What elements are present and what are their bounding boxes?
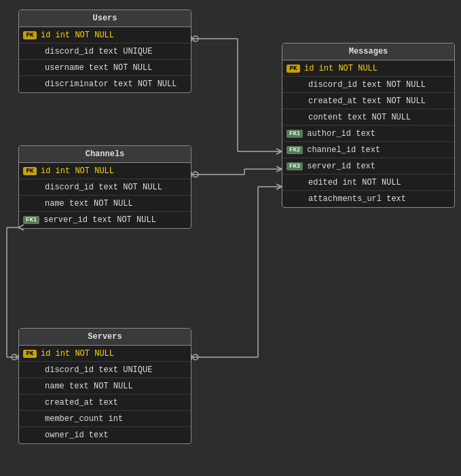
pk-badge: PK [287, 65, 300, 73]
channels-table: Channels PK id int NOT NULL discord_id t… [18, 145, 191, 229]
messages-pk-field: id int NOT NULL [304, 64, 377, 73]
svg-line-17 [276, 184, 282, 187]
messages-pk-row: PK id int NOT NULL [282, 60, 454, 77]
users-pk-field: id int NOT NULL [41, 31, 114, 40]
messages-created-at: created_at text NOT NULL [308, 96, 426, 106]
fk3-badge: FK3 [287, 162, 303, 170]
messages-channel-id: channel_id text [307, 145, 380, 155]
servers-owner-id: owner_id text [45, 431, 109, 440]
messages-content: content text NOT NULL [308, 113, 411, 122]
servers-field-row: owner_id text [19, 427, 191, 443]
servers-pk-field: id int NOT NULL [41, 349, 114, 359]
users-field-row: discriminator text NOT NULL [19, 76, 191, 92]
channels-field-row: discord_id text NOT NULL [19, 179, 191, 196]
servers-member-count: member_count int [45, 414, 123, 424]
svg-line-10 [276, 166, 282, 169]
users-table-header: Users [19, 10, 191, 27]
svg-point-20 [193, 354, 198, 360]
channels-field-row: name text NOT NULL [19, 196, 191, 212]
servers-field-row: created_at text [19, 395, 191, 411]
messages-fk3-row: FK3 server_id text [282, 158, 454, 175]
messages-table-header: Messages [282, 43, 454, 60]
messages-edited: edited int NOT NULL [308, 178, 401, 187]
messages-fk2-row: FK2 channel_id text [282, 142, 454, 158]
servers-field-row: discord_id text UNIQUE [19, 362, 191, 378]
messages-field-row: discord_id text NOT NULL [282, 77, 454, 93]
messages-attachments: attachments_url text [308, 194, 406, 204]
messages-fk1-row: FK1 author_id text [282, 126, 454, 142]
svg-line-3 [276, 149, 282, 151]
channels-name: name text NOT NULL [45, 199, 133, 208]
servers-created-at: created_at text [45, 398, 118, 407]
messages-field-row: edited int NOT NULL [282, 175, 454, 191]
svg-line-4 [276, 151, 282, 154]
servers-pk-row: PK id int NOT NULL [19, 346, 191, 362]
users-field-row: username text NOT NULL [19, 60, 191, 76]
pk-badge: PK [23, 350, 37, 358]
users-discriminator: discriminator text NOT NULL [45, 79, 177, 89]
messages-field-row: created_at text NOT NULL [282, 93, 454, 109]
fk2-badge: FK2 [287, 146, 303, 154]
messages-server-id: server_id text [307, 162, 375, 171]
svg-line-18 [276, 187, 282, 189]
svg-point-13 [193, 172, 198, 177]
servers-name: name text NOT NULL [45, 382, 133, 391]
users-field-row: discord_id text UNIQUE [19, 43, 191, 60]
messages-field-row: attachments_url text [282, 191, 454, 207]
servers-table: Servers PK id int NOT NULL discord_id te… [18, 328, 191, 444]
channels-discord-id: discord_id text NOT NULL [45, 183, 162, 192]
messages-author-id: author_id text [307, 129, 375, 139]
servers-field-row: name text NOT NULL [19, 378, 191, 395]
messages-field-row: content text NOT NULL [282, 109, 454, 126]
channels-fk1-row: FK1 server_id text NOT NULL [19, 212, 191, 228]
users-username: username text NOT NULL [45, 63, 152, 73]
svg-point-27 [12, 354, 17, 360]
servers-table-header: Servers [19, 329, 191, 346]
messages-table: Messages PK id int NOT NULL discord_id t… [282, 43, 455, 208]
messages-discord-id: discord_id text NOT NULL [308, 80, 426, 90]
channels-pk-field: id int NOT NULL [41, 166, 114, 176]
servers-field-row: member_count int [19, 411, 191, 427]
servers-discord-id: discord_id text UNIQUE [45, 365, 152, 375]
pk-badge: PK [23, 31, 37, 39]
users-table: Users PK id int NOT NULL discord_id text… [18, 10, 191, 93]
fk1-badge: FK1 [23, 216, 39, 224]
users-pk-row: PK id int NOT NULL [19, 27, 191, 43]
pk-badge: PK [23, 167, 37, 175]
users-discord-id: discord_id text UNIQUE [45, 47, 152, 56]
channels-table-header: Channels [19, 146, 191, 163]
channels-server-id: server_id text NOT NULL [43, 215, 156, 225]
svg-line-11 [276, 169, 282, 172]
channels-pk-row: PK id int NOT NULL [19, 163, 191, 179]
svg-point-6 [193, 36, 198, 41]
fk1-badge: FK1 [287, 130, 303, 138]
